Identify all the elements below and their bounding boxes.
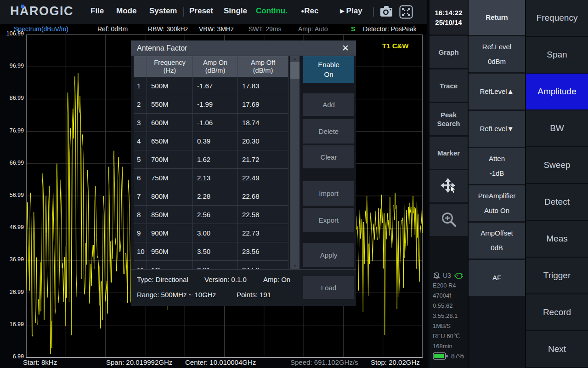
dialog-title: Antenna Factor <box>131 40 356 56</box>
load-button[interactable]: Load <box>303 276 354 299</box>
value-cell: 23.56 <box>238 242 288 260</box>
af-table-row[interactable]: 5700M1.6221.72 <box>134 150 288 169</box>
notification-off-icon <box>433 272 441 280</box>
menu-play[interactable]: ▶ Play <box>340 6 362 16</box>
camera-icon[interactable] <box>379 5 393 20</box>
graph-button[interactable]: Graph <box>430 36 468 68</box>
value-cell: 2.56 <box>193 206 238 224</box>
menu-continuous[interactable]: Continu. <box>256 6 288 16</box>
y-tick-label: 66.99 <box>0 160 24 166</box>
value-cell: 17.69 <box>238 95 288 113</box>
value-cell: 3.91 <box>193 261 238 269</box>
mainmenu-sweep-button[interactable]: Sweep <box>526 147 588 183</box>
menu-system[interactable]: System <box>149 6 177 16</box>
af-table-row[interactable]: 4650M0.3920.30 <box>134 132 288 150</box>
trace-button[interactable]: Trace <box>430 69 468 102</box>
ref-level-button[interactable]: Ref.Level0dBm <box>469 36 525 72</box>
apply-button[interactable]: Apply <box>303 243 354 267</box>
scrollbar-thumb[interactable] <box>290 62 300 79</box>
mainmenu-amplitude-button[interactable]: Amplitude <box>526 74 588 109</box>
af-range-label: Range: 500MHz ~ 10GHz <box>137 291 216 299</box>
preamplifier-button[interactable]: PreAmplifierAuto On <box>469 185 525 221</box>
mainmenu-next-button[interactable]: Next <box>526 331 588 367</box>
af-table-row[interactable]: 1500M-1.6717.83 <box>134 77 288 95</box>
af-table-scrollbar[interactable]: ▲ ▼ <box>290 56 300 269</box>
rbw-status: RBW: 300kHz <box>148 25 188 33</box>
import-button[interactable]: Import <box>303 181 354 206</box>
value-cell: 550M <box>147 95 193 113</box>
value-cell: -1.06 <box>193 114 238 132</box>
menu-preset[interactable]: Preset <box>189 6 213 16</box>
ref-level-up-button[interactable]: RefLevel▲ <box>469 74 525 109</box>
mainmenu-column: FrequencySpanAmplitudeBWSweepDetectMeasT… <box>526 0 588 368</box>
y-tick-label: 36.99 <box>0 256 24 263</box>
af-table-row[interactable]: 10950M3.5023.56 <box>134 242 288 261</box>
delete-button[interactable]: Delete <box>303 119 354 144</box>
fullscreen-icon[interactable] <box>399 5 413 21</box>
clear-button[interactable]: Clear <box>303 145 354 168</box>
peak-search-button[interactable]: PeakSearch <box>430 103 468 135</box>
battery-percent: 87% <box>451 352 464 360</box>
mainmenu-detect-button[interactable]: Detect <box>526 184 588 220</box>
y-tick-label: 6.99 <box>0 353 24 360</box>
value-cell: 18.74 <box>238 114 288 132</box>
amp-offset-button[interactable]: AmpOffset0dB <box>469 223 525 259</box>
start-freq-label: Start: 8kHz <box>23 358 57 366</box>
row-index-cell: 8 <box>134 206 147 224</box>
device-info-line: 1MB/S <box>433 321 468 331</box>
scroll-down-icon[interactable]: ▼ <box>290 263 300 269</box>
submenu-column: ReturnRef.Level0dBmRefLevel▲RefLevel▼Att… <box>469 0 525 368</box>
time-label: 16:14:22 <box>435 8 462 17</box>
stop-freq-label: Stop: 20.02GHz <box>371 358 420 366</box>
row-index-cell: 2 <box>134 95 147 113</box>
af-column-header <box>134 56 147 77</box>
pan-tool-button[interactable] <box>430 170 468 202</box>
af-table-row[interactable]: 8850M2.5622.58 <box>134 206 288 224</box>
ref-level-status: Ref: 0dBm <box>97 25 128 33</box>
atten-button[interactable]: Atten-1dB <box>469 148 525 184</box>
scroll-up-icon[interactable]: ▲ <box>290 56 300 62</box>
y-tick-label: 96.99 <box>0 63 24 69</box>
menubar-divider <box>183 7 184 17</box>
af-table-row[interactable]: 3600M-1.0618.74 <box>134 114 288 132</box>
return-button[interactable]: Return <box>469 0 525 35</box>
device-info-line: 3.55.28.1 <box>433 311 468 321</box>
af-version-label: Version: 0.1.0 <box>204 276 247 283</box>
marker-button[interactable]: Marker <box>430 137 468 169</box>
value-cell: -1.99 <box>193 95 238 113</box>
center-freq-label: Center: 10.010004GHz <box>185 358 256 366</box>
af-table-row[interactable]: 111G3.9124.58 <box>134 261 288 269</box>
af-table-row[interactable]: 2550M-1.9917.69 <box>134 95 288 114</box>
mainmenu-frequency-button[interactable]: Frequency <box>526 0 588 36</box>
mainmenu-meas-button[interactable]: Meas <box>526 221 588 257</box>
mainmenu-record-button[interactable]: Record <box>526 294 588 330</box>
menu-record[interactable]: ●Rec <box>301 6 318 16</box>
device-info-line: 47004f <box>433 291 468 301</box>
row-index-cell: 5 <box>134 150 147 168</box>
zoom-tool-button[interactable] <box>430 204 468 236</box>
af-button[interactable]: AF <box>469 260 525 296</box>
af-table-row[interactable]: 9900M3.0022.73 <box>134 224 288 242</box>
row-index-cell: 3 <box>134 114 147 132</box>
value-cell: 650M <box>147 132 193 150</box>
mainmenu-bw-button[interactable]: BW <box>526 110 588 146</box>
af-table-row[interactable]: 6750M2.1322.49 <box>134 169 288 187</box>
close-icon[interactable]: ✕ <box>339 42 351 54</box>
menu-mode[interactable]: Mode <box>116 6 136 16</box>
mainmenu-trigger-button[interactable]: Trigger <box>526 258 588 293</box>
add-button[interactable]: Add <box>303 93 354 116</box>
enable-button[interactable]: EnableOn <box>303 56 354 83</box>
af-column-header: Amp Off(dB/m) <box>238 56 288 77</box>
y-tick-label: 76.99 <box>0 127 24 134</box>
y-tick-label: 106.99 <box>0 30 24 37</box>
export-button[interactable]: Export <box>303 208 354 232</box>
sweep-speed-label: Speed: 691.102GHz/s <box>290 358 358 366</box>
value-cell: 2.28 <box>193 187 238 205</box>
menu-file[interactable]: File <box>90 6 104 16</box>
measurement-statusbar: Spectrum(dBuV/m) Ref: 0dBm RBW: 300kHz V… <box>0 24 427 34</box>
y-tick-label: 46.99 <box>0 224 24 230</box>
ref-level-down-button[interactable]: RefLevel▼ <box>469 111 525 147</box>
af-table-row[interactable]: 7800M2.2822.68 <box>134 187 288 206</box>
menu-single[interactable]: Single <box>224 6 247 16</box>
mainmenu-span-button[interactable]: Span <box>526 37 588 73</box>
